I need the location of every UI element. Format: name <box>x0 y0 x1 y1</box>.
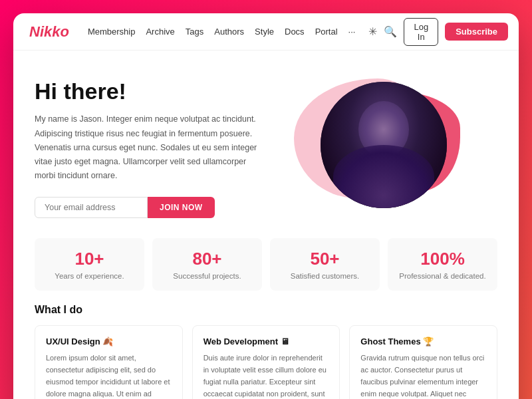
hero-section: Hi there! My name is Jason. Integer enim… <box>13 51 519 238</box>
navbar: Nikko MembershipArchiveTagsAuthorsStyleD… <box>13 13 519 51</box>
nav-link-authors[interactable]: Authors <box>214 27 244 37</box>
stat-label: Satisfied customers. <box>281 272 369 280</box>
service-card: Ghost Themes 🏆 Gravida rutrum quisque no… <box>349 325 497 399</box>
hero-photo <box>321 82 447 208</box>
nav-link-docs[interactable]: Docs <box>285 27 305 37</box>
stat-number: 50+ <box>281 249 369 269</box>
what-section: What I do UX/UI Design 🍂 Lorem ipsum dol… <box>13 304 519 399</box>
nav-link-style[interactable]: Style <box>255 27 274 37</box>
nav-link-archive[interactable]: Archive <box>146 27 174 37</box>
login-button[interactable]: Log In <box>404 18 438 46</box>
cards-grid: UX/UI Design 🍂 Lorem ipsum dolor sit ame… <box>35 325 497 399</box>
subscribe-button[interactable]: Subscribe <box>445 23 508 41</box>
person-image <box>321 82 447 208</box>
main-window: Nikko MembershipArchiveTagsAuthorsStyleD… <box>13 13 519 399</box>
card-description: Duis aute irure dolor in reprehenderit i… <box>203 352 329 399</box>
hero-form: JOIN NOW <box>35 197 261 218</box>
stat-label: Years of experience. <box>45 272 134 280</box>
nav-actions: ✳ 🔍 Log In Subscribe <box>368 18 508 46</box>
hero-title: Hi there! <box>35 78 261 104</box>
email-input[interactable] <box>35 197 148 218</box>
nav-link-portal[interactable]: Portal <box>315 27 338 37</box>
nav-link-tags[interactable]: Tags <box>186 27 203 37</box>
logo[interactable]: Nikko <box>29 23 69 41</box>
what-title: What I do <box>35 304 497 316</box>
nav-link-membership[interactable]: Membership <box>88 27 136 37</box>
service-card: UX/UI Design 🍂 Lorem ipsum dolor sit ame… <box>35 325 183 399</box>
stat-number: 80+ <box>163 249 251 269</box>
hero-text: Hi there! My name is Jason. Integer enim… <box>35 78 261 217</box>
stat-card: 10+ Years of experience. <box>35 238 144 291</box>
nav-links: MembershipArchiveTagsAuthorsStyleDocsPor… <box>88 27 356 37</box>
stats-section: 10+ Years of experience.80+ Successful p… <box>13 238 519 304</box>
stat-label: Professional & dedicated. <box>398 272 487 280</box>
card-title: Web Development 🖥 <box>203 336 329 346</box>
stat-number: 10+ <box>45 249 134 269</box>
stat-card: 100% Professional & dedicated. <box>388 238 497 291</box>
card-description: Lorem ipsum dolor sit amet, consectetur … <box>46 352 172 399</box>
stat-label: Successful projects. <box>163 272 251 280</box>
hero-description: My name is Jason. Integer enim neque vol… <box>35 112 261 183</box>
settings-icon[interactable]: ✳ <box>368 25 377 38</box>
stat-number: 100% <box>398 249 487 269</box>
card-description: Gravida rutrum quisque non tellus orci a… <box>360 352 486 399</box>
stat-card: 80+ Successful projects. <box>152 238 262 291</box>
stat-card: 50+ Satisfied customers. <box>270 238 380 291</box>
card-title: UX/UI Design 🍂 <box>46 336 172 346</box>
join-button[interactable]: JOIN NOW <box>148 197 215 218</box>
card-title: Ghost Themes 🏆 <box>360 336 486 346</box>
search-icon[interactable]: 🔍 <box>384 25 397 38</box>
hero-image-area <box>261 72 473 225</box>
nav-link-···[interactable]: ··· <box>348 27 356 37</box>
service-card: Web Development 🖥 Duis aute irure dolor … <box>192 325 340 399</box>
